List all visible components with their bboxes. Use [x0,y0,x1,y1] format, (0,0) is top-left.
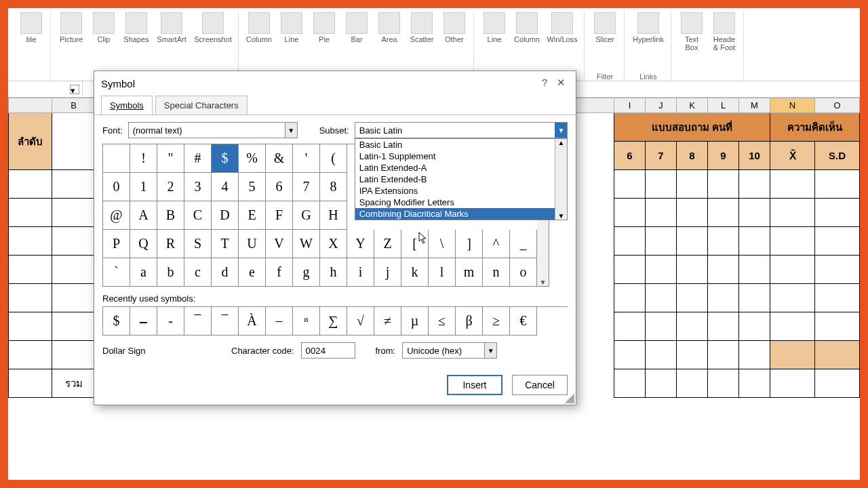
recent-symbol-cell[interactable]: ≠ [374,307,401,336]
char-code-input[interactable] [301,342,355,359]
ribbon-table[interactable]: ble [15,11,47,43]
ribbon-header-footer[interactable]: Heade & Foot [708,11,741,52]
symbol-cell[interactable]: C [184,201,212,230]
recent-symbol-cell[interactable]: $ [103,307,130,336]
recent-symbol-cell[interactable]: ⁿ [293,307,320,336]
ribbon-textbox[interactable]: Text Box [675,11,708,52]
symbol-cell[interactable]: @ [103,201,130,230]
recent-symbol-cell[interactable]: ¯ [184,307,212,336]
symbol-cell[interactable]: ! [130,144,157,173]
recent-symbol-cell[interactable]: ¯ [212,307,239,336]
subset-option[interactable]: Latin Extended-A [355,162,567,174]
ribbon-chart-pie[interactable]: Pie [308,11,340,43]
recent-symbol-cell[interactable]: ∑ [320,307,347,336]
close-button[interactable]: ✕ [553,77,569,90]
subset-option[interactable]: Combining Diacritical Marks [355,208,567,220]
subset-option[interactable]: Spacing Modifier Letters [355,197,567,208]
scroll-down-icon[interactable]: ▼ [555,212,567,220]
symbol-cell[interactable]: R [157,230,184,258]
symbol-cell[interactable]: W [293,230,320,258]
symbol-cell[interactable]: j [374,258,401,287]
symbol-cell[interactable]: 0 [103,173,130,201]
symbol-cell[interactable]: A [130,201,157,230]
symbol-cell[interactable]: H [320,201,347,230]
chevron-down-icon[interactable]: ▼ [484,343,496,358]
recent-symbol-cell[interactable]: β [456,307,483,336]
symbol-cell[interactable]: " [157,144,184,173]
symbol-cell[interactable]: f [266,258,293,287]
font-combo[interactable]: (normal text) ▼ [128,122,298,138]
symbol-cell[interactable]: V [266,230,293,258]
recent-symbol-cell[interactable]: À [239,307,266,336]
ribbon-picture[interactable]: Picture [55,11,87,43]
scroll-up-icon[interactable]: ▲ [555,139,567,146]
symbol-cell[interactable]: 5 [239,173,266,201]
symbol-cell[interactable]: P [103,230,130,258]
from-combo[interactable]: Unicode (hex) ▼ [402,342,497,359]
symbol-cell[interactable]: D [212,201,239,230]
symbol-cell[interactable]: n [483,258,510,287]
symbol-cell[interactable]: Z [374,230,401,258]
ribbon-smartart[interactable]: SmartArt [153,11,191,43]
recent-symbol-cell[interactable]: µ [401,307,429,336]
subset-option[interactable]: IPA Extensions [355,185,567,197]
scrollbar[interactable]: ▲ ▼ [555,139,567,220]
recent-symbols[interactable]: $‒-¯¯À–ⁿ∑√≠µ≤β≥€ [102,306,568,336]
insert-button[interactable]: Insert [447,375,502,395]
subset-option[interactable]: Latin Extended-B [355,174,567,185]
symbol-cell[interactable]: % [239,144,266,173]
symbol-cell[interactable]: c [184,258,212,287]
symbol-cell[interactable]: 3 [184,173,212,201]
symbol-cell[interactable]: \ [429,230,456,258]
ribbon-chart-bar[interactable]: Bar [340,11,373,43]
symbol-cell[interactable]: o [510,258,537,287]
ribbon-chart-column[interactable]: Column [243,11,275,43]
symbol-cell[interactable]: b [157,258,184,287]
symbol-cell[interactable]: Y [347,230,374,258]
ribbon-chart-scatter[interactable]: Scatter [406,11,438,43]
ribbon-slicer[interactable]: Slicer [589,11,621,43]
symbol-cell[interactable]: ( [320,144,347,173]
symbol-cell[interactable]: d [212,258,239,287]
symbol-cell[interactable]: k [401,258,429,287]
symbol-cell[interactable]: i [347,258,374,287]
symbol-cell[interactable]: m [456,258,483,287]
symbol-cell[interactable]: 7 [293,173,320,201]
ribbon-spark-winloss[interactable]: Win/Loss [543,11,581,43]
symbol-cell[interactable]: ' [293,144,320,173]
subset-option[interactable]: Latin-1 Supplement [355,150,567,162]
ribbon-hyperlink[interactable]: Hyperlink [629,11,668,43]
tab-symbols[interactable]: Symbols [101,96,153,115]
symbol-cell[interactable]: E [239,201,266,230]
ribbon-shapes[interactable]: Shapes [120,11,153,43]
resize-grip[interactable] [565,394,574,403]
symbol-cell[interactable]: g [293,258,320,287]
symbol-cell[interactable]: & [266,144,293,173]
subset-combo[interactable]: Basic Latin ▼ [355,122,568,138]
chevron-down-icon[interactable]: ▼ [555,123,567,138]
symbol-cell[interactable]: 2 [157,173,184,201]
name-box[interactable]: ▾ [8,81,83,97]
symbol-cell[interactable]: G [293,201,320,230]
symbol-cell[interactable]: a [130,258,157,287]
subset-dropdown[interactable]: ▲ ▼ Basic LatinLatin-1 SupplementLatin E… [355,138,568,220]
chevron-down-icon[interactable]: ▼ [285,123,297,138]
ribbon-chart-other[interactable]: Other [438,11,471,43]
ribbon-screenshot[interactable]: Screenshot [191,11,235,43]
symbol-cell[interactable]: h [320,258,347,287]
recent-symbol-cell[interactable]: ≤ [429,307,456,336]
ribbon-spark-column[interactable]: Column [511,11,543,43]
symbol-cell[interactable]: Q [130,230,157,258]
symbol-cell[interactable]: ^ [483,230,510,258]
ribbon-chart-line[interactable]: Line [275,11,308,43]
help-button[interactable]: ? [536,77,553,90]
symbol-cell[interactable]: l [429,258,456,287]
symbol-cell[interactable]: ] [456,230,483,258]
symbol-cell[interactable]: S [184,230,212,258]
symbol-cell[interactable]: F [266,201,293,230]
recent-symbol-cell[interactable]: ≥ [483,307,510,336]
symbol-cell[interactable]: e [239,258,266,287]
subset-option[interactable]: Basic Latin [355,139,567,150]
symbol-cell[interactable]: U [239,230,266,258]
recent-symbol-cell[interactable]: € [510,307,537,336]
